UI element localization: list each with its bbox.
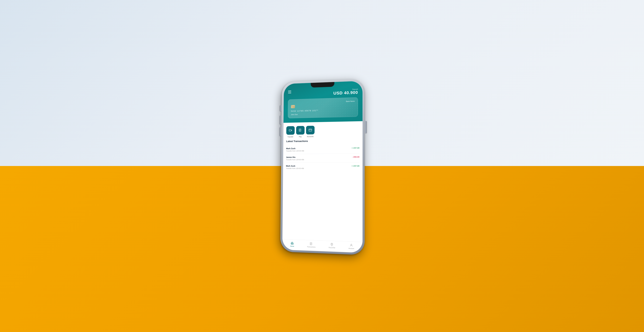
accounts-icon-container	[306, 126, 314, 134]
tx-info-1: Mark Zuck Transfer from 129 00 456	[286, 147, 304, 152]
pay-icon	[298, 128, 302, 132]
nav-transactions-label: Transactions	[307, 246, 316, 248]
card-container: Bank Name 5432 12785 45678 101** John Do…	[288, 97, 358, 118]
transfer-icon-container	[286, 126, 295, 135]
nav-find-atm[interactable]: Find ATM	[328, 243, 335, 249]
tx-info-3: Mark Zuck Transfer from 129 00 456	[286, 165, 304, 169]
quick-actions: Transfer Pay	[283, 121, 362, 140]
hamburger-line-3	[288, 93, 291, 93]
header-top: Deposit USD 40.900	[288, 88, 358, 97]
svg-rect-5	[309, 129, 312, 131]
volume-up-button	[280, 115, 281, 124]
transactions-section: Lalest Transactions Mark Zuck Transfer f…	[282, 139, 362, 242]
phone-outer: Deposit USD 40.900 Bank Name	[280, 79, 364, 255]
hamburger-line-1	[288, 91, 291, 91]
bank-card: Bank Name 5432 12785 45678 101** John Do…	[288, 97, 358, 118]
tx-sub-1: Transfer from 129 00 456	[286, 150, 304, 152]
tx-sub-2: Transfer from 129 00 456	[286, 159, 304, 161]
tx-amount-3: + 237.00	[352, 165, 359, 167]
hamburger-line-2	[288, 92, 291, 92]
scene: Deposit USD 40.900 Bank Name	[280, 79, 364, 253]
svg-rect-0	[289, 129, 291, 131]
find-atm-icon	[330, 243, 334, 246]
card-chip	[291, 105, 295, 108]
nav-atm-label: Find ATM	[328, 247, 335, 249]
transfer-action[interactable]: Transfer	[286, 126, 295, 138]
power-button	[365, 121, 366, 133]
pay-icon-container	[296, 126, 304, 135]
nav-transactions[interactable]: Transactions	[307, 242, 316, 248]
svg-point-11	[332, 244, 332, 245]
tx-info-2: James Hiu Transfer from 129 00 456	[286, 156, 304, 161]
svg-point-12	[351, 244, 352, 245]
nav-account[interactable]: Account	[348, 243, 354, 249]
balance-amount: USD 40.900	[333, 90, 358, 95]
volume-down-button	[280, 127, 281, 136]
nav-account-label: Account	[348, 247, 354, 249]
transfer-label: Transfer	[288, 136, 293, 138]
menu-button[interactable]	[288, 91, 291, 93]
nav-home[interactable]: Home	[290, 241, 294, 247]
transaction-item: Mark Zuck Transfer from 129 00 456 + 237…	[286, 145, 360, 154]
tx-amount-2: - 200.00	[352, 156, 360, 158]
transfer-icon	[288, 129, 292, 133]
accounts-icon	[308, 128, 312, 132]
tx-sub-3: Transfer from 129 00 456	[286, 167, 304, 169]
pay-action[interactable]: Pay	[296, 126, 304, 138]
accounts-action[interactable]: Accounts	[306, 126, 314, 137]
tx-name-2: James Hiu	[286, 156, 304, 158]
pay-label: Pay	[299, 136, 302, 138]
nav-home-label: Home	[290, 245, 294, 247]
header-section: Deposit USD 40.900 Bank Name	[284, 81, 362, 123]
phone-screen: Deposit USD 40.900 Bank Name	[282, 81, 362, 253]
accounts-label: Accounts	[307, 136, 314, 137]
transaction-item: James Hiu Transfer from 129 00 456 - 200…	[286, 154, 359, 163]
transaction-item: Mark Zuck Transfer from 129 00 456 + 237…	[286, 163, 360, 171]
notch	[310, 82, 334, 88]
home-icon	[290, 241, 294, 245]
tx-name-3: Mark Zuck	[286, 165, 304, 167]
phone-wrapper: Deposit USD 40.900 Bank Name	[280, 79, 364, 255]
balance-display: Deposit USD 40.900	[333, 88, 358, 96]
silent-button	[280, 105, 282, 111]
account-icon	[350, 243, 353, 247]
transactions-icon	[310, 242, 313, 245]
tx-amount-1: + 237.00	[352, 147, 359, 149]
tx-name-1: Mark Zuck	[286, 147, 304, 150]
screen-content: Deposit USD 40.900 Bank Name	[282, 81, 362, 253]
